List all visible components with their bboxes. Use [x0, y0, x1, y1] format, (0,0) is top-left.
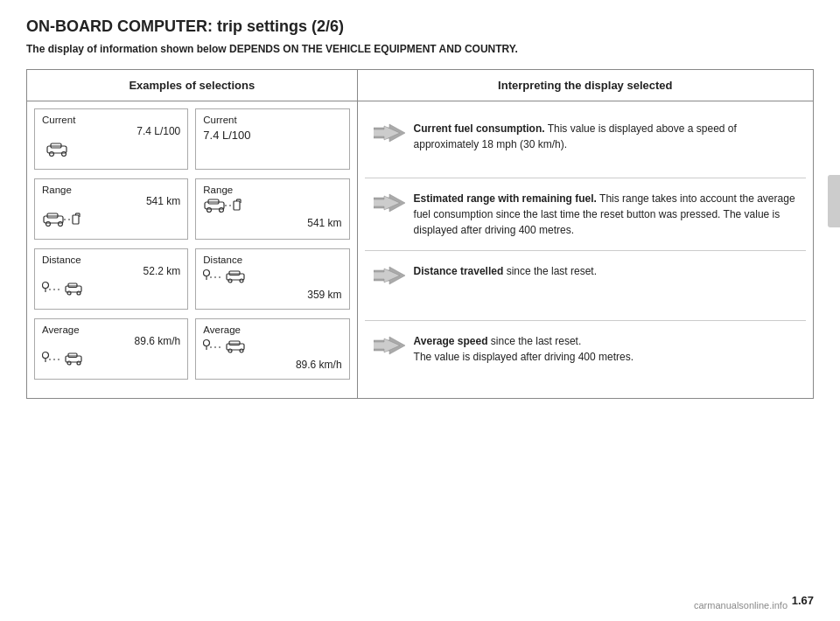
- small-box-average: Average 89.6 km/h: [34, 318, 188, 380]
- interp-text-average: Average speed since the last reset.The v…: [414, 333, 797, 365]
- small-box-distance-label: Distance: [42, 255, 180, 265]
- double-arrow-range-icon: [374, 192, 405, 213]
- small-box-current-icon: [42, 141, 180, 159]
- svg-point-51: [204, 340, 210, 346]
- arrow-range: [374, 192, 405, 213]
- pin-car-icon-small: [42, 281, 91, 298]
- double-arrow-distance-icon: [374, 265, 405, 286]
- large-box-average-label: Average: [203, 324, 341, 335]
- interpreting-cell: Current fuel consumption. This value is …: [357, 101, 813, 399]
- double-arrow-icon: [374, 122, 405, 143]
- svg-rect-10: [73, 215, 79, 224]
- interp-bold-current: Current fuel consumption.: [414, 122, 545, 135]
- svg-point-23: [43, 352, 49, 359]
- svg-rect-29: [68, 353, 77, 358]
- arrow-distance: [374, 265, 405, 286]
- examples-cell: Current 7.4 L/100: [27, 101, 358, 399]
- large-box-current-label: Current: [203, 115, 341, 125]
- pin-car-avg-icon-small: [42, 351, 91, 368]
- examples-inner: Current 7.4 L/100: [34, 108, 350, 380]
- interp-text-current: Current fuel consumption. This value is …: [414, 121, 797, 152]
- svg-rect-57: [229, 341, 240, 345]
- svg-rect-20: [68, 283, 77, 288]
- small-box-range-value: 541 km: [42, 195, 180, 207]
- pin-car-avg-icon-large: [203, 338, 256, 356]
- large-box-current: Current 7.4 L/100: [195, 108, 349, 170]
- small-box-range-icon: [42, 211, 180, 229]
- svg-point-7: [59, 222, 63, 227]
- large-box-distance-label: Distance: [203, 255, 341, 265]
- svg-point-3: [62, 152, 66, 157]
- small-box-distance: Distance 52.2 km: [34, 248, 188, 310]
- interp-bold-average: Average speed: [414, 335, 488, 347]
- svg-point-6: [46, 222, 51, 227]
- large-box-average-value: 89.6 km/h: [203, 359, 341, 371]
- large-box-distance-value: 359 km: [203, 289, 341, 301]
- svg-point-2: [50, 152, 54, 157]
- interp-rows: Current fuel consumption. This value is …: [365, 108, 806, 391]
- small-box-distance-value: 52.2 km: [42, 265, 180, 277]
- svg-point-35: [220, 208, 224, 213]
- page-subtitle: The display of information shown below D…: [26, 43, 814, 55]
- svg-point-34: [207, 208, 212, 213]
- interp-normal-distance: since the last reset.: [507, 265, 597, 277]
- interp-text-range: Estimated range with remaining fuel. Thi…: [414, 191, 797, 238]
- large-box-average: Average: [195, 318, 349, 380]
- watermark: carmanualsonline.info: [694, 600, 788, 611]
- small-box-range-label: Range: [42, 185, 180, 195]
- interp-row-distance: Distance travelled since the last reset.: [365, 251, 806, 321]
- small-box-distance-icon: [42, 281, 180, 301]
- small-box-average-label: Average: [42, 324, 180, 335]
- large-box-current-value: 7.4 L/100: [203, 129, 341, 142]
- pin-car-icon-large: [203, 269, 256, 286]
- large-box-distance-icon: [203, 269, 341, 289]
- svg-point-14: [43, 283, 49, 289]
- small-box-current-label: Current: [42, 115, 180, 125]
- small-box-range: Range 541 km: [34, 178, 188, 240]
- large-box-range: Range: [195, 178, 349, 240]
- small-boxes: Current 7.4 L/100: [34, 108, 188, 380]
- arrow-average: [374, 335, 405, 356]
- large-box-average-icon: [203, 338, 341, 359]
- large-box-range-value: 541 km: [203, 217, 341, 229]
- interp-bold-distance: Distance travelled: [414, 265, 504, 277]
- large-box-distance: Distance: [195, 248, 349, 310]
- col-examples-header: Examples of selections: [27, 70, 358, 101]
- main-table: Examples of selections Interpreting the …: [26, 69, 814, 399]
- car-icon: [42, 141, 75, 157]
- interp-row-range: Estimated range with remaining fuel. Thi…: [365, 178, 806, 251]
- page-title: ON-BOARD COMPUTER: trip settings (2/6): [26, 17, 814, 36]
- small-box-current: Current 7.4 L/100: [34, 108, 188, 170]
- double-arrow-average-icon: [374, 335, 405, 356]
- interp-row-average: Average speed since the last reset.The v…: [365, 321, 806, 391]
- svg-rect-38: [234, 201, 240, 210]
- large-boxes: Current 7.4 L/100 Range: [195, 108, 349, 380]
- col-interpreting-header: Interpreting the display selected: [357, 70, 813, 101]
- page-number: 1.67: [792, 594, 814, 607]
- large-box-range-icon: [203, 199, 341, 217]
- small-box-current-value: 7.4 L/100: [42, 125, 180, 137]
- arrow-current: [374, 122, 405, 143]
- sidebar-tab: [828, 175, 840, 227]
- interp-bold-range: Estimated range with remaining fuel.: [414, 192, 597, 205]
- svg-point-42: [204, 270, 210, 276]
- small-box-average-value: 89.6 km/h: [42, 335, 180, 347]
- interp-text-distance: Distance travelled since the last reset.: [414, 263, 797, 279]
- car-fuel-icon-large: [203, 199, 252, 214]
- large-box-range-label: Range: [203, 185, 341, 195]
- svg-rect-48: [229, 271, 240, 276]
- car-fuel-icon: [42, 211, 91, 227]
- interp-row-current: Current fuel consumption. This value is …: [365, 108, 806, 178]
- small-box-average-icon: [42, 351, 180, 371]
